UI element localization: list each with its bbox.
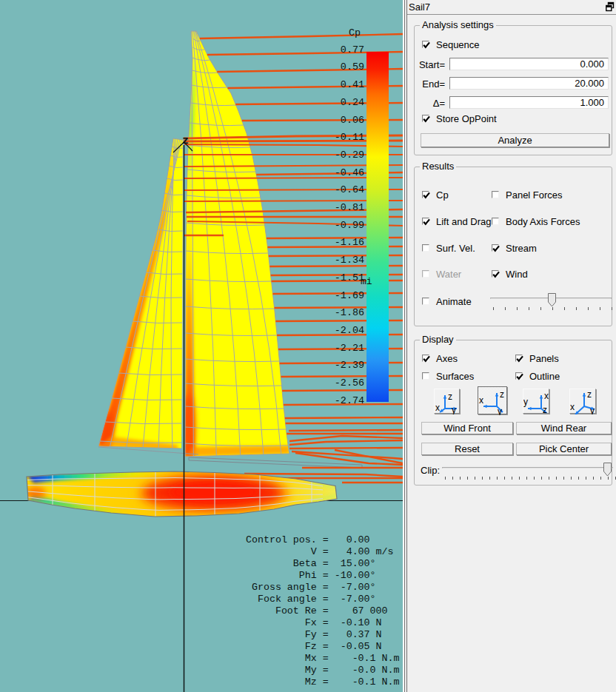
svg-text:-1.51: -1.51 <box>335 272 364 283</box>
svg-text:-0.29: -0.29 <box>335 150 364 161</box>
svg-text:-0.46: -0.46 <box>335 167 364 178</box>
svg-text:x: x <box>570 402 575 412</box>
svg-text:mi: mi <box>361 276 372 287</box>
svg-text:z: z <box>448 392 452 402</box>
svg-text:y: y <box>590 406 595 414</box>
svg-text:-1.69: -1.69 <box>335 290 364 301</box>
svg-text:-1.86: -1.86 <box>335 307 364 318</box>
svg-text:-0.11: -0.11 <box>335 132 364 143</box>
svg-text:z: z <box>587 389 592 400</box>
svg-text:x: x <box>479 395 483 406</box>
svg-text:-2.21: -2.21 <box>335 343 364 354</box>
svg-text:y: y <box>452 405 456 414</box>
svg-text:y: y <box>523 397 528 407</box>
svg-text:0.59: 0.59 <box>341 61 364 73</box>
svg-text:x: x <box>435 403 440 413</box>
svg-text:-2.74: -2.74 <box>335 395 364 406</box>
svg-text:0.41: 0.41 <box>341 79 364 90</box>
svg-text:0.06: 0.06 <box>341 115 364 126</box>
svg-text:-2.39: -2.39 <box>335 360 364 371</box>
svg-text:-0.64: -0.64 <box>335 184 364 195</box>
svg-text:z: z <box>543 405 547 414</box>
svg-text:-2.56: -2.56 <box>335 377 364 389</box>
svg-text:z: z <box>500 389 504 400</box>
svg-text:-1.16: -1.16 <box>335 237 364 248</box>
svg-text:z: z <box>182 135 189 147</box>
svg-text:y: y <box>498 406 502 415</box>
svg-text:Cp: Cp <box>349 27 361 38</box>
svg-text:x: x <box>544 391 549 401</box>
svg-text:0.77: 0.77 <box>341 44 364 56</box>
svg-text:-0.81: -0.81 <box>335 202 364 213</box>
svg-text:-0.99: -0.99 <box>335 220 364 231</box>
svg-text:-2.04: -2.04 <box>335 325 364 336</box>
svg-text:-1.34: -1.34 <box>335 255 364 266</box>
svg-text:0.24: 0.24 <box>341 97 364 108</box>
